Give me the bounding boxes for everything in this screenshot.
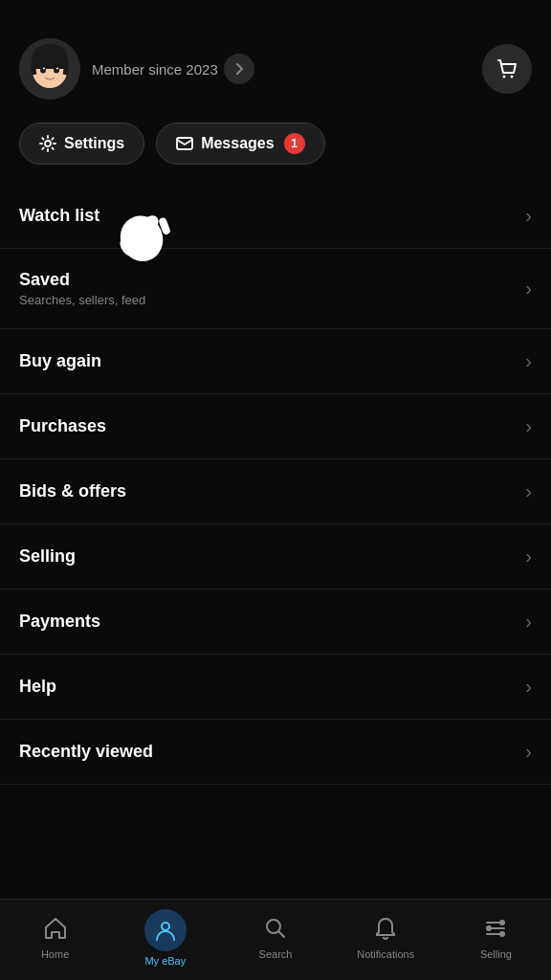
profile-arrow[interactable] <box>224 54 254 84</box>
menu-list: Watch list › Saved Searches, sellers, fe… <box>0 184 551 785</box>
svg-point-21 <box>499 920 505 925</box>
help-title: Help <box>19 677 56 697</box>
recently-viewed-title: Recently viewed <box>19 742 153 762</box>
menu-item-payments[interactable]: Payments › <box>0 590 551 655</box>
nav-item-my-ebay[interactable]: My eBay <box>110 900 220 980</box>
bids-offers-content: Bids & offers <box>19 481 126 501</box>
notifications-label: Notifications <box>357 948 414 960</box>
settings-button[interactable]: Settings <box>19 122 144 165</box>
menu-item-bids-offers[interactable]: Bids & offers › <box>0 459 551 524</box>
saved-chevron: › <box>525 278 532 300</box>
svg-point-5 <box>54 67 59 74</box>
watchlist-content: Watch list <box>19 206 99 226</box>
member-since-text: Member since 2023 <box>92 61 218 78</box>
bids-offers-chevron: › <box>525 480 532 502</box>
svg-point-22 <box>486 925 492 931</box>
watchlist-chevron: › <box>525 205 532 227</box>
my-ebay-active-bg <box>144 909 187 951</box>
menu-item-recently-viewed[interactable]: Recently viewed › <box>0 720 551 785</box>
menu-item-help[interactable]: Help › <box>0 655 551 720</box>
svg-point-6 <box>43 68 45 70</box>
payments-chevron: › <box>525 611 532 633</box>
buy-again-content: Buy again <box>19 351 101 371</box>
avatar[interactable] <box>19 38 80 100</box>
payments-title: Payments <box>19 612 100 632</box>
nav-item-home[interactable]: Home <box>0 900 110 980</box>
saved-subtitle: Searches, sellers, feed <box>19 293 145 307</box>
selling-nav-label: Selling <box>480 948 512 960</box>
search-label: Search <box>259 948 293 960</box>
nav-item-notifications[interactable]: Notifications <box>331 900 441 980</box>
svg-point-9 <box>511 76 514 78</box>
recently-viewed-chevron: › <box>525 741 532 763</box>
svg-point-8 <box>503 76 506 78</box>
menu-item-watchlist[interactable]: Watch list › <box>0 184 551 249</box>
bottom-nav: Home My eBay Search Notifications <box>0 899 551 980</box>
my-ebay-label: My eBay <box>144 955 186 967</box>
selling-nav-icon <box>483 916 508 945</box>
member-info: Member since 2023 <box>92 54 254 84</box>
search-icon <box>263 916 288 945</box>
recently-viewed-content: Recently viewed <box>19 742 153 762</box>
menu-item-buy-again[interactable]: Buy again › <box>0 329 551 394</box>
purchases-title: Purchases <box>19 416 106 436</box>
help-chevron: › <box>525 676 532 698</box>
menu-item-saved[interactable]: Saved Searches, sellers, feed › <box>0 249 551 329</box>
header: Member since 2023 <box>0 0 551 115</box>
bids-offers-title: Bids & offers <box>19 481 126 501</box>
header-left: Member since 2023 <box>19 38 254 100</box>
saved-content: Saved Searches, sellers, feed <box>19 270 145 307</box>
svg-point-10 <box>45 141 51 146</box>
purchases-content: Purchases <box>19 416 106 436</box>
purchases-chevron: › <box>525 415 532 437</box>
nav-item-selling-nav[interactable]: Selling <box>441 900 551 980</box>
notifications-icon <box>373 916 398 945</box>
svg-point-23 <box>499 931 505 937</box>
svg-point-7 <box>56 68 58 70</box>
selling-content: Selling <box>19 546 76 567</box>
watchlist-title: Watch list <box>19 206 99 226</box>
saved-title: Saved <box>19 270 145 290</box>
menu-item-selling[interactable]: Selling › <box>0 524 551 590</box>
selling-chevron: › <box>525 546 532 568</box>
buy-again-title: Buy again <box>19 351 101 371</box>
help-content: Help <box>19 677 56 697</box>
messages-button[interactable]: Messages 1 <box>156 122 325 165</box>
buy-again-chevron: › <box>525 350 532 372</box>
selling-title: Selling <box>19 546 76 567</box>
messages-label: Messages <box>201 135 275 152</box>
home-icon <box>43 916 68 945</box>
nav-item-search[interactable]: Search <box>220 900 330 980</box>
home-label: Home <box>41 948 69 960</box>
settings-label: Settings <box>64 135 124 152</box>
action-row: Settings Messages 1 <box>0 115 551 184</box>
svg-point-4 <box>40 67 46 74</box>
menu-item-purchases[interactable]: Purchases › <box>0 394 551 459</box>
payments-content: Payments <box>19 612 100 632</box>
cart-button[interactable] <box>482 44 532 94</box>
svg-point-19 <box>162 923 169 930</box>
svg-rect-3 <box>33 56 67 69</box>
messages-badge: 1 <box>284 133 305 154</box>
